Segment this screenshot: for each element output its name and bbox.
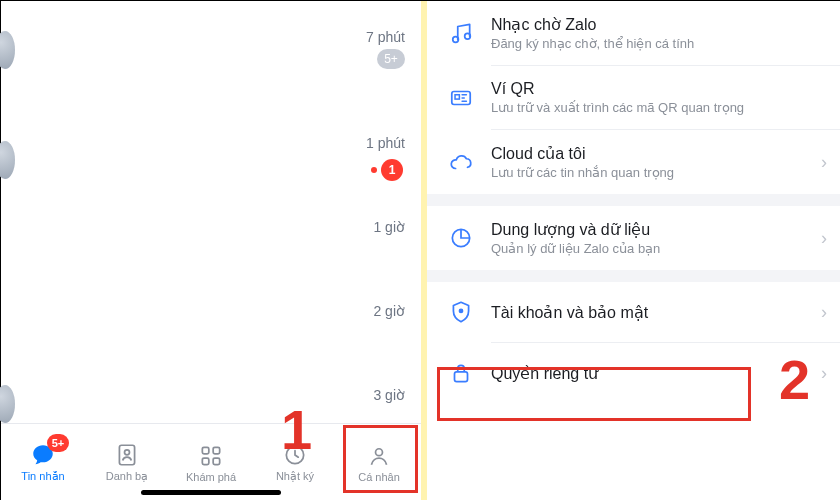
row-title: Quyền riêng tư [491, 364, 821, 383]
section-gap [427, 194, 840, 206]
unread-badge: 1 [381, 159, 403, 181]
svg-rect-14 [455, 372, 468, 382]
tab-badge: 5+ [47, 434, 69, 452]
bottom-tab-bar: 5+ Tin nhắn Danh bạ Khám phá Nhật ký Cá … [1, 423, 421, 500]
chat-time: 7 phút [366, 29, 405, 45]
tab-contacts[interactable]: Danh bạ [85, 424, 169, 500]
chevron-right-icon: › [821, 363, 827, 384]
chat-row[interactable]: 1 giờ [373, 219, 405, 235]
tab-label: Danh bạ [106, 470, 148, 483]
row-subtitle: Đăng ký nhạc chờ, thể hiện cá tính [491, 36, 827, 51]
section-gap [427, 270, 840, 282]
settings-row-ringtone[interactable]: Nhạc chờ Zalo Đăng ký nhạc chờ, thể hiện… [427, 1, 840, 65]
settings-row-qr-wallet[interactable]: Ví QR Lưu trữ và xuất trình các mã QR qu… [427, 66, 840, 129]
home-indicator [141, 490, 281, 495]
avatar [0, 31, 15, 69]
pie-chart-icon [445, 222, 477, 254]
svg-point-7 [376, 448, 383, 455]
row-subtitle: Lưu trữ và xuất trình các mã QR quan trọ… [491, 100, 827, 115]
svg-rect-11 [455, 94, 459, 98]
chat-row[interactable]: 7 phút 5+ [366, 29, 405, 69]
cloud-icon [445, 146, 477, 178]
music-note-icon [445, 17, 477, 49]
settings-row-account-security[interactable]: Tài khoản và bảo mật › [427, 282, 840, 342]
tab-label: Nhật ký [276, 470, 314, 483]
svg-point-9 [465, 33, 471, 39]
right-panel-settings: Nhạc chờ Zalo Đăng ký nhạc chờ, thể hiện… [427, 1, 840, 500]
chat-row[interactable]: 3 giờ [373, 387, 405, 403]
svg-point-1 [125, 450, 130, 455]
chat-row[interactable]: 2 giờ [373, 303, 405, 319]
lock-icon [445, 357, 477, 389]
svg-rect-2 [202, 447, 209, 454]
avatar [0, 141, 15, 179]
chat-time: 1 phút [366, 135, 405, 151]
chat-time: 1 giờ [373, 219, 405, 235]
settings-row-privacy[interactable]: Quyền riêng tư › [427, 343, 840, 403]
settings-row-my-cloud[interactable]: Cloud của tôi Lưu trữ các tin nhắn quan … [427, 130, 840, 194]
avatar [0, 385, 15, 423]
tab-label: Khám phá [186, 471, 236, 483]
row-title: Cloud của tôi [491, 144, 821, 163]
tab-timeline[interactable]: Nhật ký [253, 424, 337, 500]
svg-rect-3 [213, 447, 220, 454]
apps-grid-icon [198, 443, 224, 469]
chat-time: 2 giờ [373, 303, 405, 319]
chevron-right-icon: › [821, 152, 827, 173]
row-title: Nhạc chờ Zalo [491, 15, 827, 34]
tab-profile[interactable]: Cá nhân [337, 424, 421, 500]
row-title: Dung lượng và dữ liệu [491, 220, 821, 239]
row-title: Tài khoản và bảo mật [491, 303, 821, 322]
screenshot-frame: 7 phút 5+ 1 phút 1 1 giờ 2 giờ 3 giờ 5+ … [0, 0, 840, 500]
svg-point-8 [453, 37, 459, 43]
svg-rect-4 [202, 458, 209, 465]
row-subtitle: Quản lý dữ liệu Zalo của bạn [491, 241, 821, 256]
chevron-right-icon: › [821, 302, 827, 323]
tab-label: Tin nhắn [21, 470, 64, 483]
svg-point-13 [459, 309, 464, 314]
tab-messages[interactable]: 5+ Tin nhắn [1, 424, 85, 500]
person-icon [366, 443, 392, 469]
row-title: Ví QR [491, 80, 827, 98]
settings-row-storage-data[interactable]: Dung lượng và dữ liệu Quản lý dữ liệu Za… [427, 206, 840, 270]
chat-time: 3 giờ [373, 387, 405, 403]
svg-rect-5 [213, 458, 220, 465]
qr-wallet-icon [445, 82, 477, 114]
shield-icon [445, 296, 477, 328]
chat-row[interactable]: 1 phút 1 [366, 135, 405, 181]
unread-badge: 5+ [377, 49, 405, 69]
contacts-icon [114, 442, 140, 468]
left-panel-messages: 7 phút 5+ 1 phút 1 1 giờ 2 giờ 3 giờ 5+ … [1, 1, 421, 500]
status-dot [371, 167, 377, 173]
row-subtitle: Lưu trữ các tin nhắn quan trọng [491, 165, 821, 180]
clock-icon [282, 442, 308, 468]
tab-label: Cá nhân [358, 471, 400, 483]
tab-discover[interactable]: Khám phá [169, 424, 253, 500]
chevron-right-icon: › [821, 228, 827, 249]
